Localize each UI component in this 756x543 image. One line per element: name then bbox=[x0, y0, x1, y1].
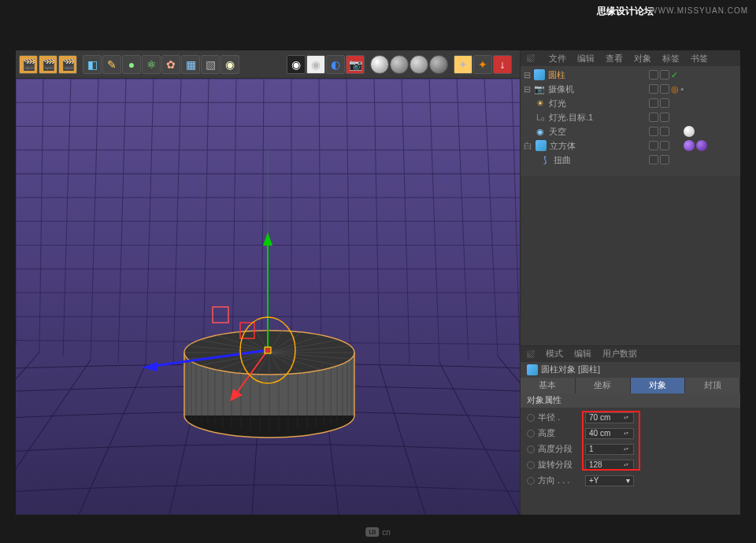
menu-userdata[interactable]: 用户数据 bbox=[602, 348, 637, 360]
chevron-down-icon: ▾ bbox=[626, 476, 630, 485]
menu-view[interactable]: 查看 bbox=[606, 53, 623, 65]
side-panels: 文件 编辑 查看 对象 标签 书签 ⊟ 圆柱 ⊟ 📷 摄像机 bbox=[520, 50, 740, 515]
tag-row[interactable]: ◎▪ bbox=[647, 82, 739, 96]
tab-coord[interactable]: 坐标 bbox=[576, 378, 631, 393]
viewport-3d[interactable] bbox=[16, 79, 520, 515]
keyframe-dot-icon[interactable] bbox=[527, 477, 535, 485]
tag-icon[interactable]: ✓ bbox=[671, 70, 678, 80]
sphere-icon[interactable]: ● bbox=[122, 55, 141, 74]
render-settings-icon[interactable]: ◐ bbox=[326, 55, 345, 74]
tree-item-cube[interactable]: 白 立方体 bbox=[521, 139, 646, 153]
visibility-dot-icon[interactable] bbox=[649, 141, 658, 150]
spinner-icon[interactable]: ▴▾ bbox=[624, 416, 630, 419]
height-input[interactable]: 40 cm▴▾ bbox=[585, 428, 634, 439]
menu-tags[interactable]: 标签 bbox=[662, 53, 680, 65]
expand-icon[interactable]: 白 bbox=[524, 140, 532, 152]
tree-item-camera[interactable]: ⊟ 📷 摄像机 bbox=[521, 82, 646, 96]
menu-edit[interactable]: 编辑 bbox=[574, 348, 591, 360]
expand-icon[interactable]: ⊟ bbox=[524, 84, 531, 94]
keyframe-dot-icon[interactable] bbox=[527, 445, 535, 453]
visibility-dot-icon[interactable] bbox=[660, 155, 669, 164]
center-icon[interactable]: ✦ bbox=[473, 55, 492, 74]
keyframe-dot-icon[interactable] bbox=[527, 461, 535, 469]
visibility-dot-icon[interactable] bbox=[649, 98, 658, 108]
tab-object[interactable]: 对象 bbox=[631, 378, 686, 393]
pencil-icon[interactable]: ✎ bbox=[102, 55, 121, 74]
field-label: 高度分段 bbox=[538, 443, 582, 455]
tree-item-light[interactable]: ☀ 灯光 bbox=[521, 96, 646, 110]
tag-row[interactable] bbox=[647, 139, 739, 153]
move-icon[interactable]: ↓ bbox=[493, 55, 512, 74]
field-height: 高度 40 cm▴▾ bbox=[527, 427, 734, 441]
render-view-icon[interactable]: ◉ bbox=[306, 55, 325, 74]
visibility-dot-icon[interactable] bbox=[649, 127, 658, 136]
spinner-icon[interactable]: ▴▾ bbox=[624, 431, 630, 435]
target-tag-icon[interactable]: ◎ bbox=[671, 84, 679, 94]
visibility-dot-icon[interactable] bbox=[660, 141, 669, 150]
menu-object[interactable]: 对象 bbox=[634, 53, 651, 65]
keyframe-dot-icon[interactable] bbox=[527, 430, 535, 438]
film-1-icon[interactable]: 🎬 bbox=[19, 55, 38, 74]
tag-icon[interactable]: ▪ bbox=[680, 84, 684, 94]
brush-icon[interactable]: ✿ bbox=[161, 55, 180, 74]
object-tree[interactable]: ⊟ 圆柱 ⊟ 📷 摄像机 ☀ 灯光 bbox=[521, 66, 646, 176]
attribute-menubar: 模式 编辑 用户数据 bbox=[521, 346, 740, 362]
menu-edit[interactable]: 编辑 bbox=[577, 53, 595, 65]
tab-caps[interactable]: 封顶 bbox=[685, 378, 740, 393]
panel-grip-icon[interactable] bbox=[527, 350, 535, 358]
menu-bookmarks[interactable]: 书签 bbox=[691, 53, 708, 65]
material-tag-icon[interactable] bbox=[684, 140, 695, 151]
visibility-dot-icon[interactable] bbox=[660, 98, 669, 108]
spinner-icon[interactable]: ▴▾ bbox=[624, 463, 630, 467]
axis-icon[interactable]: ✦ bbox=[454, 55, 472, 74]
radius-input[interactable]: 70 cm▴▾ bbox=[585, 412, 634, 423]
menu-mode[interactable]: 模式 bbox=[546, 348, 563, 360]
molecule-icon[interactable]: ⚛ bbox=[142, 55, 161, 74]
menu-file[interactable]: 文件 bbox=[549, 53, 566, 65]
expand-icon[interactable]: ⊟ bbox=[524, 70, 531, 80]
tree-item-bend[interactable]: ⟆ 扭曲 bbox=[521, 153, 646, 167]
camera-icon[interactable]: 📷 bbox=[346, 55, 365, 74]
visibility-dot-icon[interactable] bbox=[649, 70, 658, 79]
bulb-icon[interactable]: ◉ bbox=[220, 55, 239, 74]
material-tag-icon[interactable] bbox=[696, 140, 707, 151]
tree-item-sky[interactable]: ◉ 天空 bbox=[521, 124, 646, 139]
tag-row[interactable] bbox=[647, 96, 739, 110]
visibility-dot-icon[interactable] bbox=[660, 113, 669, 122]
material-tag-icon[interactable] bbox=[684, 126, 695, 137]
material-4-icon[interactable] bbox=[429, 55, 448, 74]
field-rotation-segments: 旋转分段 128▴▾ bbox=[527, 458, 734, 472]
tag-row[interactable] bbox=[647, 153, 739, 167]
picture-icon[interactable]: ▧ bbox=[201, 55, 220, 74]
cylinder-object[interactable] bbox=[181, 323, 358, 441]
visibility-dot-icon[interactable] bbox=[660, 70, 669, 79]
tag-row[interactable] bbox=[647, 110, 739, 124]
height-segments-input[interactable]: 1▴▾ bbox=[585, 444, 634, 455]
material-3-icon[interactable] bbox=[410, 55, 428, 74]
visibility-dot-icon[interactable] bbox=[660, 84, 669, 94]
spinner-icon[interactable]: ▴▾ bbox=[624, 447, 630, 451]
tree-item-light-target[interactable]: L₀ 灯光.目标.1 bbox=[521, 110, 646, 124]
material-2-icon[interactable] bbox=[390, 55, 409, 74]
material-1-icon[interactable] bbox=[370, 55, 389, 74]
keyframe-dot-icon[interactable] bbox=[527, 414, 535, 422]
cube-primitive-icon[interactable]: ◧ bbox=[83, 55, 102, 74]
tag-row[interactable]: ✓ bbox=[647, 68, 739, 82]
visibility-dot-icon[interactable] bbox=[649, 113, 658, 122]
tab-basic[interactable]: 基本 bbox=[521, 378, 576, 393]
visibility-dot-icon[interactable] bbox=[649, 155, 658, 164]
footer-text: cn bbox=[382, 528, 391, 537]
rotation-segments-input[interactable]: 128▴▾ bbox=[585, 460, 634, 471]
orientation-dropdown[interactable]: +Y▾ bbox=[585, 475, 634, 486]
visibility-dot-icon[interactable] bbox=[660, 127, 669, 136]
film-2-icon[interactable]: 🎬 bbox=[39, 55, 57, 74]
panel-grip-icon[interactable] bbox=[527, 54, 535, 62]
render-region-icon[interactable]: ◉ bbox=[287, 55, 306, 74]
grid-icon[interactable]: ▦ bbox=[181, 55, 200, 74]
svg-line-18 bbox=[173, 79, 181, 366]
tag-row[interactable] bbox=[647, 124, 739, 139]
middle-spacer bbox=[521, 176, 740, 345]
tree-item-cylinder[interactable]: ⊟ 圆柱 bbox=[521, 68, 646, 82]
film-3-icon[interactable]: 🎬 bbox=[58, 55, 77, 74]
visibility-dot-icon[interactable] bbox=[649, 84, 658, 94]
